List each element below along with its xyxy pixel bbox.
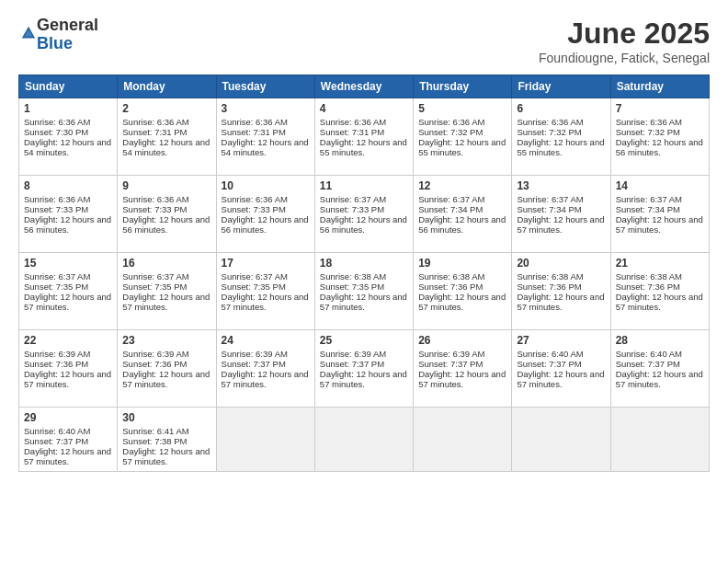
- table-cell: 7 Sunrise: 6:36 AMSunset: 7:32 PMDayligh…: [610, 98, 709, 176]
- col-thursday: Thursday: [414, 75, 512, 98]
- header: General Blue June 2025 Foundiougne, Fati…: [18, 17, 710, 65]
- col-saturday: Saturday: [610, 75, 709, 98]
- table-cell: 30 Sunrise: 6:41 AMSunset: 7:38 PMDaylig…: [118, 408, 216, 472]
- table-cell-empty: [314, 408, 413, 472]
- table-cell: 8 Sunrise: 6:36 AMSunset: 7:33 PMDayligh…: [19, 176, 118, 253]
- table-cell: 17 Sunrise: 6:37 AMSunset: 7:35 PMDaylig…: [216, 253, 314, 330]
- table-cell: 26 Sunrise: 6:39 AMSunset: 7:37 PMDaylig…: [414, 330, 512, 408]
- table-cell: 6 Sunrise: 6:36 AMSunset: 7:32 PMDayligh…: [512, 98, 610, 176]
- col-sunday: Sunday: [19, 75, 118, 98]
- logo-text: General Blue: [37, 17, 98, 53]
- table-cell: 18 Sunrise: 6:38 AMSunset: 7:35 PMDaylig…: [314, 253, 413, 330]
- page: General Blue June 2025 Foundiougne, Fati…: [0, 0, 728, 481]
- table-row: 29 Sunrise: 6:40 AMSunset: 7:37 PMDaylig…: [19, 408, 710, 472]
- table-row: 22 Sunrise: 6:39 AMSunset: 7:36 PMDaylig…: [19, 330, 710, 408]
- table-cell: 16 Sunrise: 6:37 AMSunset: 7:35 PMDaylig…: [118, 253, 216, 330]
- calendar-header-row: Sunday Monday Tuesday Wednesday Thursday…: [19, 75, 710, 98]
- table-cell: 19 Sunrise: 6:38 AMSunset: 7:36 PMDaylig…: [414, 253, 512, 330]
- table-cell: 4 Sunrise: 6:36 AMSunset: 7:31 PMDayligh…: [314, 98, 413, 176]
- table-cell: 3 Sunrise: 6:36 AMSunset: 7:31 PMDayligh…: [216, 98, 314, 176]
- table-row: 1 Sunrise: 6:36 AMSunset: 7:30 PMDayligh…: [19, 98, 710, 176]
- table-cell-empty: [414, 408, 512, 472]
- table-cell: 27 Sunrise: 6:40 AMSunset: 7:37 PMDaylig…: [512, 330, 610, 408]
- table-row: 15 Sunrise: 6:37 AMSunset: 7:35 PMDaylig…: [19, 253, 710, 330]
- table-cell: 11 Sunrise: 6:37 AMSunset: 7:33 PMDaylig…: [314, 176, 413, 253]
- col-tuesday: Tuesday: [216, 75, 314, 98]
- table-cell: 22 Sunrise: 6:39 AMSunset: 7:36 PMDaylig…: [19, 330, 118, 408]
- logo-blue: Blue: [37, 35, 98, 53]
- table-cell: 24 Sunrise: 6:39 AMSunset: 7:37 PMDaylig…: [216, 330, 314, 408]
- col-monday: Monday: [118, 75, 216, 98]
- location: Foundiougne, Fatick, Senegal: [539, 51, 710, 65]
- logo-general: General: [37, 17, 98, 35]
- table-cell: 23 Sunrise: 6:39 AMSunset: 7:36 PMDaylig…: [118, 330, 216, 408]
- table-cell: 29 Sunrise: 6:40 AMSunset: 7:37 PMDaylig…: [19, 408, 118, 472]
- table-cell: 12 Sunrise: 6:37 AMSunset: 7:34 PMDaylig…: [414, 176, 512, 253]
- month-title: June 2025: [539, 17, 710, 51]
- calendar-table: Sunday Monday Tuesday Wednesday Thursday…: [18, 75, 710, 472]
- table-cell: 1 Sunrise: 6:36 AMSunset: 7:30 PMDayligh…: [19, 98, 118, 176]
- table-cell: 20 Sunrise: 6:38 AMSunset: 7:36 PMDaylig…: [512, 253, 610, 330]
- table-cell: 15 Sunrise: 6:37 AMSunset: 7:35 PMDaylig…: [19, 253, 118, 330]
- logo: General Blue: [18, 17, 98, 53]
- table-cell: 10 Sunrise: 6:36 AMSunset: 7:33 PMDaylig…: [216, 176, 314, 253]
- table-cell: 14 Sunrise: 6:37 AMSunset: 7:34 PMDaylig…: [610, 176, 709, 253]
- table-cell-empty: [216, 408, 314, 472]
- col-wednesday: Wednesday: [314, 75, 413, 98]
- table-cell: 2 Sunrise: 6:36 AMSunset: 7:31 PMDayligh…: [118, 98, 216, 176]
- table-cell: 28 Sunrise: 6:40 AMSunset: 7:37 PMDaylig…: [610, 330, 709, 408]
- logo-icon: [20, 25, 37, 41]
- table-cell-empty: [610, 408, 709, 472]
- table-cell-empty: [512, 408, 610, 472]
- table-cell: 9 Sunrise: 6:36 AMSunset: 7:33 PMDayligh…: [118, 176, 216, 253]
- table-cell: 13 Sunrise: 6:37 AMSunset: 7:34 PMDaylig…: [512, 176, 610, 253]
- table-row: 8 Sunrise: 6:36 AMSunset: 7:33 PMDayligh…: [19, 176, 710, 253]
- title-block: June 2025 Foundiougne, Fatick, Senegal: [539, 17, 710, 65]
- table-cell: 21 Sunrise: 6:38 AMSunset: 7:36 PMDaylig…: [610, 253, 709, 330]
- col-friday: Friday: [512, 75, 610, 98]
- table-cell: 5 Sunrise: 6:36 AMSunset: 7:32 PMDayligh…: [414, 98, 512, 176]
- table-cell: 25 Sunrise: 6:39 AMSunset: 7:37 PMDaylig…: [314, 330, 413, 408]
